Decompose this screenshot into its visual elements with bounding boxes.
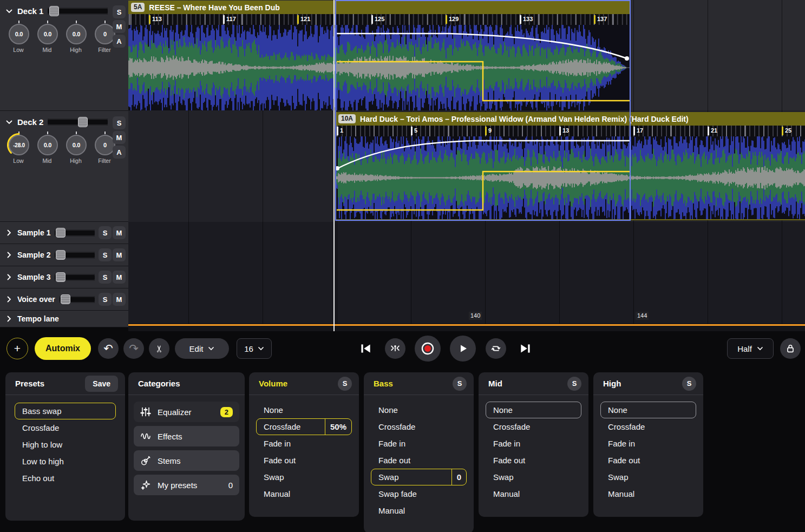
crossfade-value[interactable]: 50% <box>325 419 351 435</box>
sample1-mute-button[interactable]: M <box>113 226 126 239</box>
high-solo-button[interactable]: S <box>682 377 696 391</box>
expand-tempo-lane-icon[interactable] <box>5 315 13 323</box>
preset-item-low-to-high[interactable]: Low to high <box>15 453 116 470</box>
deck1-mid-knob[interactable]: 0.0 Mid <box>35 20 59 53</box>
expand-sample1-icon[interactable] <box>5 229 13 237</box>
undo-button[interactable]: ↶ <box>98 338 119 359</box>
deck1-volume-handle[interactable] <box>49 6 59 16</box>
deck1-low-knob[interactable]: 0.0 Low <box>6 20 30 53</box>
sample2-volume-slider[interactable] <box>55 252 95 259</box>
volume-option-fade-in[interactable]: Fade in <box>256 435 352 452</box>
lock-button[interactable] <box>780 338 801 359</box>
skip-to-end-button[interactable] <box>517 340 534 357</box>
deck1-auto-button[interactable]: A <box>113 35 126 48</box>
collapse-deck2-icon[interactable] <box>5 119 13 126</box>
deck2-solo-button[interactable]: S <box>113 116 126 129</box>
deck2-mute-button[interactable]: M <box>113 131 126 144</box>
sample2-solo-button[interactable]: S <box>99 248 112 261</box>
play-button[interactable] <box>450 336 476 362</box>
deck1-volume-slider[interactable] <box>48 8 108 15</box>
volume-option-fade-out[interactable]: Fade out <box>256 452 352 469</box>
volume-solo-button[interactable]: S <box>338 377 352 391</box>
high-option-crossfade[interactable]: Crossfade <box>600 418 696 435</box>
mid-option-manual[interactable]: Manual <box>486 485 581 502</box>
sample3-solo-button[interactable]: S <box>99 271 112 284</box>
sample3-volume-slider[interactable] <box>55 274 95 281</box>
edit-dropdown[interactable]: Edit <box>175 338 229 359</box>
deck1-high-knob[interactable]: 0.0 High <box>64 20 88 53</box>
loop-button[interactable] <box>486 338 506 359</box>
sample2-mute-button[interactable]: M <box>113 248 126 261</box>
category-my-presets-button[interactable]: My presets 0 <box>134 475 239 495</box>
category-equalizer-button[interactable]: Equalizer 2 <box>134 402 239 422</box>
tempo-automation-line[interactable] <box>128 324 805 326</box>
deck1-mute-button[interactable]: M <box>113 20 126 33</box>
sample1-volume-slider[interactable] <box>55 229 95 237</box>
preset-item-bass-swap[interactable]: Bass swap <box>15 403 116 419</box>
save-preset-button[interactable]: Save <box>85 376 118 392</box>
high-option-fade-out[interactable]: Fade out <box>600 452 696 469</box>
deck2-low-knob[interactable]: -28.0 Low <box>6 131 30 164</box>
automix-button[interactable]: Automix <box>35 337 91 360</box>
category-effects-button[interactable]: Effects <box>134 426 239 446</box>
bass-option-crossfade[interactable]: Crossfade <box>371 418 467 435</box>
voice-over-volume-handle[interactable] <box>61 294 70 304</box>
sample2-volume-handle[interactable] <box>56 250 66 260</box>
sample3-volume-handle[interactable] <box>56 272 66 282</box>
voice-over-mute-button[interactable]: M <box>113 293 126 306</box>
high-option-manual[interactable]: Manual <box>600 485 696 502</box>
zoom-level-dropdown[interactable]: Half <box>727 338 774 359</box>
playhead[interactable] <box>333 0 335 331</box>
collapse-deck1-icon[interactable] <box>5 8 13 15</box>
bass-option-manual[interactable]: Manual <box>371 502 467 519</box>
mid-solo-button[interactable]: S <box>567 377 581 391</box>
volume-option-swap[interactable]: Swap <box>256 469 352 485</box>
volume-option-none[interactable]: None <box>256 402 352 418</box>
transition-selection-box[interactable] <box>335 0 631 221</box>
volume-option-crossfade[interactable]: Crossfade 50% <box>256 418 352 435</box>
bass-option-fade-out[interactable]: Fade out <box>371 452 467 469</box>
high-option-swap[interactable]: Swap <box>600 469 696 485</box>
bass-solo-button[interactable]: S <box>453 377 467 391</box>
high-option-none[interactable]: None <box>600 402 696 418</box>
bass-option-swap-fade[interactable]: Swap fade <box>371 485 467 502</box>
sample1-solo-button[interactable]: S <box>99 226 112 239</box>
deck2-volume-slider[interactable] <box>48 119 108 126</box>
preset-item-echo-out[interactable]: Echo out <box>15 470 116 487</box>
bass-option-none[interactable]: None <box>371 402 467 418</box>
redo-button[interactable]: ↷ <box>123 338 144 359</box>
deck1-solo-button[interactable]: S <box>113 5 126 18</box>
add-button[interactable]: + <box>6 338 28 359</box>
bass-option-fade-in[interactable]: Fade in <box>371 435 467 452</box>
bass-option-swap[interactable]: Swap 0 <box>371 469 467 485</box>
timeline-arrangement[interactable]: 5A REESE – Where Have You Been Dub 11311… <box>128 0 805 331</box>
expand-voice-over-icon[interactable] <box>5 295 13 303</box>
expand-sample3-icon[interactable] <box>5 273 13 281</box>
mid-option-crossfade[interactable]: Crossfade <box>486 418 581 435</box>
mid-option-fade-in[interactable]: Fade in <box>486 435 581 452</box>
mid-option-fade-out[interactable]: Fade out <box>486 452 581 469</box>
snap-to-playhead-button[interactable] <box>385 338 405 359</box>
voice-over-volume-slider[interactable] <box>60 296 95 303</box>
cut-button[interactable]: ✂ <box>149 338 169 359</box>
lock-icon <box>784 343 796 354</box>
high-option-fade-in[interactable]: Fade in <box>600 435 696 452</box>
expand-sample2-icon[interactable] <box>5 251 13 259</box>
record-button[interactable] <box>415 336 441 362</box>
deck2-auto-button[interactable]: A <box>113 146 126 159</box>
voice-over-solo-button[interactable]: S <box>99 293 112 306</box>
preset-item-crossfade[interactable]: Crossfade <box>15 419 116 436</box>
volume-option-manual[interactable]: Manual <box>256 485 352 502</box>
category-stems-button[interactable]: Stems <box>134 450 239 471</box>
skip-to-start-button[interactable] <box>357 340 374 357</box>
sample3-mute-button[interactable]: M <box>113 271 126 284</box>
sample1-volume-handle[interactable] <box>56 228 66 238</box>
mid-option-swap[interactable]: Swap <box>486 469 581 485</box>
grid-size-dropdown[interactable]: 16 <box>237 338 272 359</box>
deck2-high-knob[interactable]: 0.0 High <box>64 131 88 164</box>
preset-item-high-to-low[interactable]: High to low <box>15 436 116 453</box>
deck2-volume-handle[interactable] <box>78 117 88 127</box>
bass-swap-value[interactable]: 0 <box>451 469 466 485</box>
deck2-mid-knob[interactable]: 0.0 Mid <box>35 131 59 164</box>
mid-option-none[interactable]: None <box>486 402 581 418</box>
